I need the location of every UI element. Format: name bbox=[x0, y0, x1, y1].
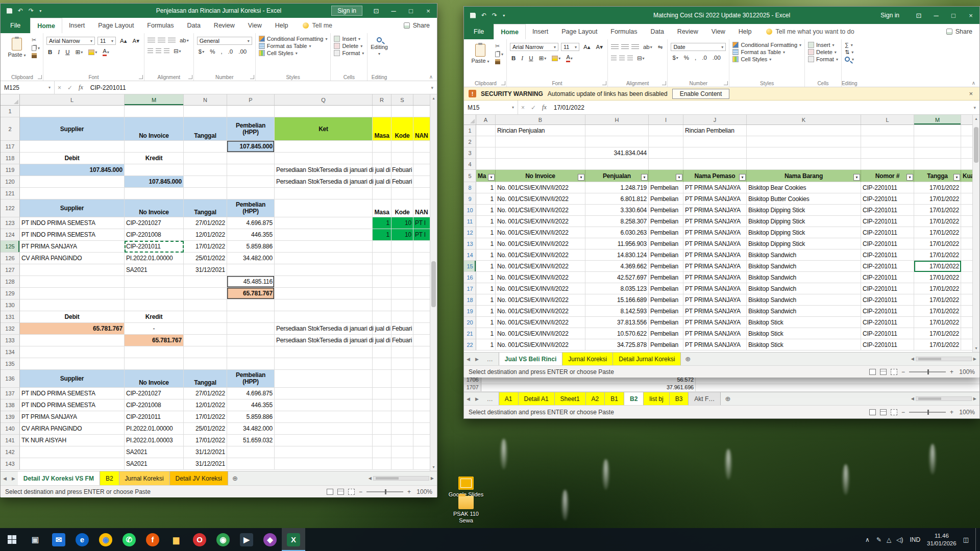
page-layout-view-icon[interactable] bbox=[880, 369, 887, 375]
cell-P141[interactable]: 51.659.032 bbox=[227, 435, 275, 446]
insert-cells-button[interactable]: Insert▾ bbox=[808, 42, 838, 48]
sheet-tab-jurnal-koreksi[interactable]: Jurnal Koreksi bbox=[562, 353, 613, 365]
cell-M126[interactable]: PI.2022.01.00000 bbox=[125, 253, 184, 264]
row-header-8[interactable]: 8 bbox=[464, 182, 476, 193]
cell-N2[interactable]: Tanggal bbox=[184, 117, 227, 141]
maximize-button[interactable]: □ bbox=[402, 4, 420, 18]
cell-L3[interactable] bbox=[861, 147, 914, 159]
cell-N131[interactable] bbox=[184, 311, 227, 323]
cell-N22[interactable] bbox=[961, 339, 972, 350]
row-header-136[interactable]: 136 bbox=[1, 370, 20, 388]
dialog-launcher-icon[interactable] bbox=[662, 81, 666, 85]
cell-T117[interactable] bbox=[413, 141, 430, 153]
normal-view-icon[interactable] bbox=[327, 489, 333, 495]
cell-K10[interactable]: Biskitop Dipping Stick bbox=[747, 205, 861, 216]
cell-S124[interactable]: 10 bbox=[391, 229, 413, 241]
cell-L1[interactable] bbox=[861, 125, 914, 136]
cell-I10[interactable]: Pembelian bbox=[649, 205, 683, 216]
align-middle-icon[interactable] bbox=[158, 38, 165, 43]
comma-style-icon[interactable]: , bbox=[693, 54, 698, 61]
cell-N132[interactable] bbox=[184, 323, 227, 335]
cell-N19[interactable] bbox=[961, 306, 972, 317]
redo-icon[interactable]: ↷ bbox=[492, 12, 497, 19]
cell-T121[interactable] bbox=[413, 188, 430, 199]
sheet-nav-right-icon[interactable]: ▶ bbox=[473, 392, 481, 405]
cell-M9[interactable]: 17/01/2022 bbox=[914, 193, 961, 205]
menu-tab-help[interactable]: Help bbox=[732, 24, 758, 39]
cell-Q118[interactable] bbox=[275, 153, 373, 164]
cell-B16[interactable]: No. 001/CSI/EX/INV/I/2022 bbox=[496, 272, 585, 283]
browser-icon[interactable]: ◉ bbox=[211, 528, 235, 551]
cell-L2[interactable]: Supplier bbox=[20, 117, 125, 141]
cell-R143[interactable] bbox=[373, 458, 391, 470]
cell-M127[interactable]: SA2021 bbox=[125, 264, 184, 276]
cell-A18[interactable]: 1 bbox=[476, 294, 496, 306]
filter-button[interactable]: ▾ bbox=[953, 174, 960, 181]
row-header-9[interactable]: 9 bbox=[464, 193, 476, 205]
sheet-tab-more[interactable]: … bbox=[481, 392, 499, 405]
row-header-2[interactable]: 2 bbox=[1, 117, 20, 141]
align-top-icon[interactable] bbox=[148, 38, 155, 43]
menu-tab-home[interactable]: Home bbox=[30, 18, 62, 33]
cell-R131[interactable] bbox=[373, 311, 391, 323]
cell-K15[interactable]: Biskitop Sandwich bbox=[747, 261, 861, 272]
cell-J16[interactable]: PT PRIMA SANJAYA bbox=[683, 272, 747, 283]
cell-N142[interactable]: 31/12/2021 bbox=[184, 446, 227, 458]
select-all-corner[interactable] bbox=[464, 115, 476, 124]
cell-H1[interactable] bbox=[585, 125, 649, 136]
font-name-select[interactable]: Arial Narrow▾ bbox=[510, 43, 558, 51]
zoom-level[interactable]: 100% bbox=[958, 368, 975, 375]
cell-P120[interactable] bbox=[227, 176, 275, 188]
scroll-down-icon[interactable]: ▾ bbox=[432, 463, 434, 471]
font-name-select[interactable]: Arial Narrow▾ bbox=[46, 37, 95, 45]
cell-N126[interactable]: 25/01/2022 bbox=[184, 253, 227, 264]
filter-button[interactable]: ▾ bbox=[488, 174, 495, 181]
cell-P136[interactable]: Pembelian (HPP) bbox=[227, 370, 275, 388]
accounting-format-icon[interactable]: $▾ bbox=[197, 48, 206, 55]
cell-N9[interactable] bbox=[961, 193, 972, 205]
cell-P127[interactable] bbox=[227, 264, 275, 276]
cell-M18[interactable]: 17/01/2022 bbox=[914, 294, 961, 306]
copy-button[interactable]: ▾ bbox=[495, 52, 503, 57]
cell-Q129[interactable] bbox=[275, 288, 373, 299]
horizontal-scrollbar[interactable]: ◀▶ bbox=[365, 471, 437, 485]
sign-in-button[interactable]: Sign in bbox=[875, 11, 905, 20]
cell-S139[interactable] bbox=[391, 411, 413, 423]
cell-I20[interactable]: Pembelian bbox=[649, 317, 683, 328]
cell-L126[interactable]: CV ARIRA PANGINDO bbox=[20, 253, 125, 264]
name-box[interactable]: M15▾ bbox=[464, 101, 518, 114]
cell-H14[interactable]: 14.830.124 bbox=[585, 249, 649, 261]
excel-window-right[interactable]: ↶ ↷ ▾ Matching Cost CSi 2022 Update 3012… bbox=[463, 6, 980, 377]
cell-K8[interactable]: Biskitop Bear Cookies bbox=[747, 182, 861, 193]
delete-cells-button[interactable]: Delete▾ bbox=[808, 49, 838, 55]
cell-M11[interactable]: 17/01/2022 bbox=[914, 216, 961, 227]
column-header-Q[interactable]: Q bbox=[275, 94, 373, 105]
formula-input[interactable]: CIP-2201011 bbox=[86, 84, 428, 91]
cell-M4[interactable] bbox=[914, 159, 961, 170]
cell-N134[interactable] bbox=[184, 346, 227, 358]
cell-P142[interactable] bbox=[227, 446, 275, 458]
pen-icon[interactable]: ✎ bbox=[876, 536, 881, 543]
cell-B4[interactable] bbox=[496, 159, 585, 170]
cell-R139[interactable] bbox=[373, 411, 391, 423]
scroll-thumb[interactable] bbox=[974, 127, 978, 163]
column-header-S[interactable]: S bbox=[391, 94, 413, 105]
row-header-19[interactable]: 19 bbox=[464, 306, 476, 317]
cell-L124[interactable]: PT INDO PRIMA SEMESTA bbox=[20, 229, 125, 241]
column-header-A[interactable]: A bbox=[476, 115, 496, 124]
column-header-partial[interactable] bbox=[961, 115, 972, 124]
align-bottom-icon[interactable] bbox=[168, 38, 176, 43]
cell-S121[interactable] bbox=[391, 188, 413, 199]
cell-L123[interactable]: PT INDO PRIMA SEMESTA bbox=[20, 217, 125, 229]
column-header-M[interactable]: M bbox=[914, 115, 961, 124]
cell-R125[interactable] bbox=[373, 241, 391, 253]
cell-M12[interactable]: 17/01/2022 bbox=[914, 227, 961, 238]
cell-N5[interactable]: Kua bbox=[961, 170, 972, 182]
minimize-button[interactable]: ─ bbox=[927, 7, 945, 24]
cell-P117[interactable]: 107.845.000 bbox=[227, 141, 275, 153]
cell-B14[interactable]: No. 001/CSI/EX/INV/I/2022 bbox=[496, 249, 585, 261]
cell-M22[interactable]: 17/01/2022 bbox=[914, 339, 961, 350]
cell-H20[interactable]: 37.813.556 bbox=[585, 317, 649, 328]
row-header-124[interactable]: 124 bbox=[1, 229, 20, 241]
cell-R117[interactable] bbox=[373, 141, 391, 153]
